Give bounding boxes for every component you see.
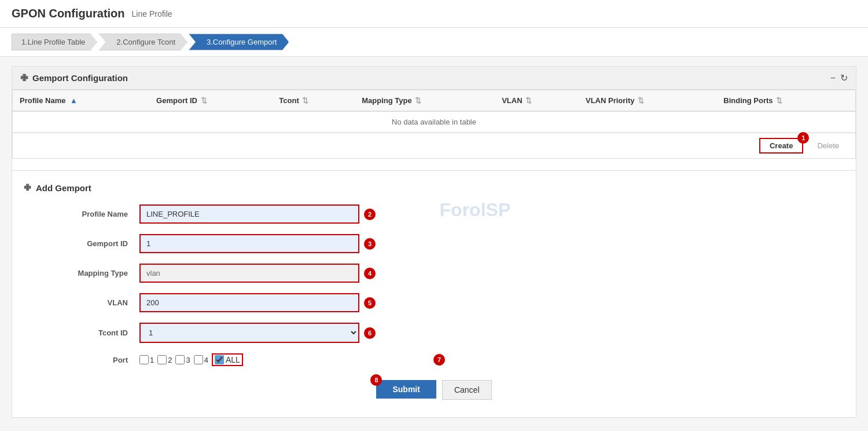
minimize-button[interactable]: − <box>830 72 836 83</box>
tcont-id-row: Tcont ID 1 2 3 4 6 <box>24 323 844 343</box>
step-3[interactable]: 3.Configure Gemport <box>189 34 289 50</box>
port-all-checkbox[interactable] <box>215 355 224 364</box>
create-button-wrap: Create 1 <box>759 138 803 154</box>
tcont-id-select[interactable]: 1 2 3 4 <box>139 323 359 343</box>
sort-ud-icon: ⇅ <box>415 96 421 105</box>
profile-name-input[interactable] <box>139 204 359 224</box>
add-gemport-section: ✙ Add Gemport Profile Name 2 ForolSP Gem… <box>12 171 856 418</box>
gemport-table: Profile Name ▲ Gemport ID ⇅ Tcont ⇅ Ma <box>13 90 855 133</box>
cancel-button[interactable]: Cancel <box>442 380 492 400</box>
port-all-item: ALL <box>212 353 243 366</box>
vlan-row: VLAN 5 <box>24 293 844 312</box>
gemport-config-section: ✙ Gemport Configuration − ↻ Profile Name… <box>12 66 856 171</box>
port-label: Port <box>24 356 139 364</box>
port-1-checkbox[interactable] <box>139 355 149 364</box>
add-pin-icon: ✙ <box>24 182 31 193</box>
tcont-id-wrap: 1 2 3 4 6 <box>139 323 359 343</box>
field-badge-7: 7 <box>433 354 445 366</box>
profile-name-label: Profile Name <box>24 210 139 218</box>
page-subtitle: Line Profile <box>132 9 172 19</box>
th-vlan[interactable]: VLAN ⇅ <box>495 90 579 111</box>
port-3-item: 3 <box>175 355 190 364</box>
vlan-label: VLAN <box>24 298 139 307</box>
gemport-table-wrapper: Profile Name ▲ Gemport ID ⇅ Tcont ⇅ Ma <box>12 90 856 159</box>
port-1-item: 1 <box>139 355 154 364</box>
field-badge-2: 2 <box>364 209 376 220</box>
field-badge-3: 3 <box>364 238 376 250</box>
field-badge-5: 5 <box>364 297 376 309</box>
section-title: ✙ Gemport Configuration <box>20 72 128 83</box>
field-badge-4: 4 <box>364 268 376 279</box>
port-4-item: 4 <box>194 355 208 364</box>
port-all-label: ALL <box>226 355 240 364</box>
step-1[interactable]: 1.Line Profile Table <box>12 34 97 50</box>
port-4-checkbox[interactable] <box>194 355 203 364</box>
port-2-item: 2 <box>157 355 172 364</box>
th-binding-ports[interactable]: Binding Ports ⇅ <box>716 90 855 111</box>
port-row: Port 1 2 3 <box>24 353 844 366</box>
th-mapping-type[interactable]: Mapping Type ⇅ <box>355 90 495 111</box>
step-2[interactable]: 2.Configure Tcont <box>98 34 187 50</box>
th-vlan-priority[interactable]: VLAN Priority ⇅ <box>579 90 716 111</box>
vlan-wrap: 5 <box>139 293 359 312</box>
steps-bar: 1.Line Profile Table 2.Configure Tcont 3… <box>0 28 868 57</box>
sort-ud-icon: ⇅ <box>638 96 644 105</box>
sort-ud-icon: ⇅ <box>201 96 207 105</box>
profile-name-row: Profile Name 2 <box>24 204 844 224</box>
th-tcont[interactable]: Tcont ⇅ <box>272 90 355 111</box>
submit-button-wrap: Submit 8 <box>376 380 436 400</box>
port-3-checkbox[interactable] <box>175 355 185 364</box>
section-actions: − ↻ <box>830 72 848 83</box>
profile-name-wrap: 2 <box>139 204 359 224</box>
mapping-type-wrap: 4 <box>139 264 359 283</box>
no-data-row: No data available in table <box>13 111 855 133</box>
create-badge: 1 <box>797 132 809 144</box>
delete-button[interactable]: Delete <box>808 139 848 152</box>
section-header: ✙ Gemport Configuration − ↻ <box>12 67 856 90</box>
vlan-input[interactable] <box>139 293 359 312</box>
mapping-type-input <box>139 264 359 283</box>
sort-ud-icon: ⇅ <box>302 96 308 105</box>
field-badge-6: 6 <box>364 327 376 339</box>
sort-ud-icon: ⇅ <box>525 96 532 105</box>
add-gemport-header: ✙ Add Gemport <box>24 182 844 193</box>
gemport-id-label: Gemport ID <box>24 239 139 248</box>
table-footer: Create 1 Delete <box>13 133 855 158</box>
table-header-row: Profile Name ▲ Gemport ID ⇅ Tcont ⇅ Ma <box>13 90 855 111</box>
port-checkboxes: 1 2 3 4 ALL <box>139 353 429 366</box>
submit-button[interactable]: Submit <box>376 380 436 399</box>
tcont-id-label: Tcont ID <box>24 328 139 337</box>
th-profile-name[interactable]: Profile Name ▲ <box>13 90 149 111</box>
port-wrap: 1 2 3 4 ALL <box>139 353 429 366</box>
mapping-type-label: Mapping Type <box>24 269 139 277</box>
page-title: GPON Configuration <box>12 7 125 20</box>
sort-ud-icon: ⇅ <box>776 96 782 105</box>
gemport-id-wrap: 3 <box>139 234 359 253</box>
th-gemport-id[interactable]: Gemport ID ⇅ <box>149 90 272 111</box>
form-actions: Submit 8 Cancel <box>24 380 844 400</box>
gemport-id-input[interactable] <box>139 234 359 253</box>
page-header: GPON Configuration Line Profile <box>0 0 868 28</box>
gemport-id-row: Gemport ID 3 <box>24 234 844 253</box>
port-2-checkbox[interactable] <box>157 355 167 364</box>
create-button[interactable]: Create <box>759 138 803 154</box>
pin-icon: ✙ <box>20 72 28 83</box>
mapping-type-row: Mapping Type 4 <box>24 264 844 283</box>
main-content: ✙ Gemport Configuration − ↻ Profile Name… <box>0 57 868 427</box>
sort-up-icon: ▲ <box>70 96 78 105</box>
refresh-button[interactable]: ↻ <box>840 72 848 83</box>
